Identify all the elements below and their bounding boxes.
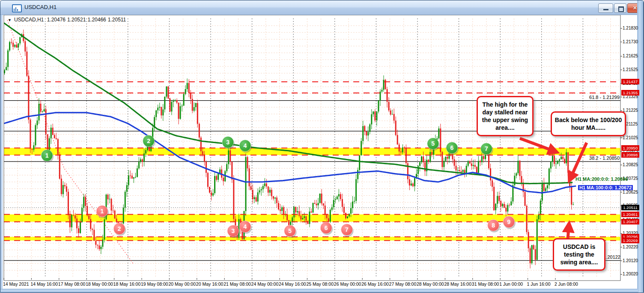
- chart-app-icon: [12, 4, 22, 12]
- level-price-badge: 1.20461: [621, 212, 639, 217]
- swing-marker-number: 4: [244, 142, 247, 149]
- price-axis: 1.218301.217301.216251.215251.214251.213…: [621, 15, 641, 278]
- legend-close: 1.20511: [108, 17, 126, 23]
- time-tick-label: 21 May 08:00: [224, 281, 251, 287]
- time-tick-label: 31 May 08:00: [472, 281, 499, 287]
- legend-open: 1.20476: [47, 17, 66, 23]
- level-price-badge: 1.20407: [621, 219, 639, 224]
- level-price-badge: 1.20950: [621, 145, 639, 151]
- swing-marker-number: 7: [485, 145, 488, 152]
- swing-marker-number: 1: [101, 208, 104, 215]
- price-tick-label: 1.21625: [623, 54, 638, 58]
- legend-high: 1.20521: [67, 17, 86, 23]
- price-tick-label: 1.21730: [623, 39, 638, 44]
- swing-marker-number: 7: [345, 226, 349, 233]
- swing-marker-number: 4: [244, 223, 247, 230]
- swing-marker-number: 6: [450, 144, 454, 151]
- swing-marker-number: 6: [325, 224, 328, 231]
- swing-marker-number: 9: [507, 218, 510, 225]
- time-tick-label: 18 May 00:00: [86, 281, 113, 287]
- legend-symbol: USDCAD,H1: [14, 17, 44, 23]
- swing-marker-number: 2: [147, 138, 150, 144]
- window-bottom-border: [0, 289, 638, 293]
- restore-icon: [618, 6, 624, 12]
- ma200-value-label: H1 MA:200:0:0: 1.20696: [575, 176, 628, 182]
- time-tick-label: 2 Jun 08:00: [555, 281, 578, 287]
- time-tick-label: 1 Jun 16:00: [527, 281, 551, 287]
- price-tick-label: 1.20625: [623, 190, 638, 194]
- time-tick-label: 26 May 16:00: [361, 281, 389, 287]
- time-tick-label: 24 May 16:00: [279, 281, 306, 287]
- price-tick-label: 1.21830: [623, 26, 638, 30]
- time-tick-label: 17 May 08:00: [58, 281, 86, 287]
- chevron-down-icon: ▼: [8, 18, 12, 22]
- current-price-badge: 1.20511: [621, 205, 639, 210]
- price-tick-label: 1.20120: [623, 258, 638, 263]
- time-tick-label: 20 May 16:00: [196, 281, 224, 287]
- swing-marker-number: 8: [492, 222, 495, 229]
- minimize-button[interactable]: [598, 3, 613, 13]
- price-tick-label: 1.20825: [623, 162, 638, 167]
- time-tick-label: 28 May 00:00: [417, 281, 444, 287]
- time-tick-label: 14 May 2021: [3, 281, 29, 287]
- time-tick-label: 27 May 08:00: [389, 281, 417, 287]
- time-tick-label: 28 May 16:00: [444, 281, 471, 287]
- price-tick-label: 1.21525: [623, 67, 638, 72]
- time-axis: 14 May 202114 May 16:0017 May 08:0018 Ma…: [3, 280, 628, 290]
- price-tick-label: 1.20020: [623, 272, 638, 276]
- window-title: USDCAD,H1: [24, 4, 57, 10]
- time-tick-label: 26 May 00:00: [334, 281, 361, 287]
- annotation-box-test[interactable]: USDCAD is testing the swing area....: [553, 238, 605, 271]
- swing-marker-number: 5: [288, 227, 292, 234]
- minimize-icon: [603, 9, 608, 10]
- level-price-badge: 1.21437: [621, 79, 639, 84]
- chart-content: 1234567123456789 ▼USDCAD,H1 1.204761.205…: [3, 15, 638, 290]
- legend-low: 1.20466: [87, 17, 106, 23]
- restore-button[interactable]: [614, 3, 626, 13]
- price-tick-label: 1.21225: [623, 108, 638, 113]
- price-tick-label: 1.21025: [623, 135, 638, 140]
- application-window: USDCAD,H1 ✕ 1234567123456789 ▼USDCAD,H1 …: [0, 0, 644, 293]
- swing-marker-number: 3: [231, 227, 235, 234]
- level-price-badge: 1.21355: [621, 90, 639, 96]
- fib-382-label: 38.2 - 1.20850: [3, 155, 620, 161]
- time-tick-label: 25 May 08:00: [306, 281, 334, 287]
- annotation-box-high[interactable]: The high for the day stalled near the up…: [477, 96, 534, 136]
- time-tick-label: 14 May 16:00: [30, 281, 58, 287]
- chart-legend: ▼USDCAD,H1 1.204761.205211.204661.20511: [8, 17, 128, 23]
- annotation-box-ma[interactable]: Back below the 100/200 hour MA......: [551, 111, 626, 136]
- time-tick-label: 20 May 00:00: [168, 281, 196, 287]
- swing-marker-number: 3: [226, 139, 230, 146]
- ma100-value-label: H1 MA:100:0:0: 1.20672: [578, 185, 633, 190]
- time-tick-label: 24 May 00:00: [251, 281, 279, 287]
- level-price-badge: 1.20269: [621, 238, 639, 243]
- title-bar[interactable]: USDCAD,H1 ✕: [0, 0, 644, 15]
- level-price-badge: 1.20898: [621, 152, 639, 158]
- time-tick-label: 19 May 08:00: [141, 281, 168, 287]
- time-tick-label: 18 May 16:00: [113, 281, 141, 287]
- swing-marker-number: 5: [431, 140, 435, 147]
- fib-low-label: -1.20122: [3, 254, 620, 260]
- swing-marker-number: 2: [118, 225, 121, 232]
- price-tick-label: 1.20220: [623, 245, 638, 249]
- time-tick-label: 1 Jun 00:00: [499, 281, 523, 287]
- chart-canvas[interactable]: 1234567123456789: [3, 15, 640, 290]
